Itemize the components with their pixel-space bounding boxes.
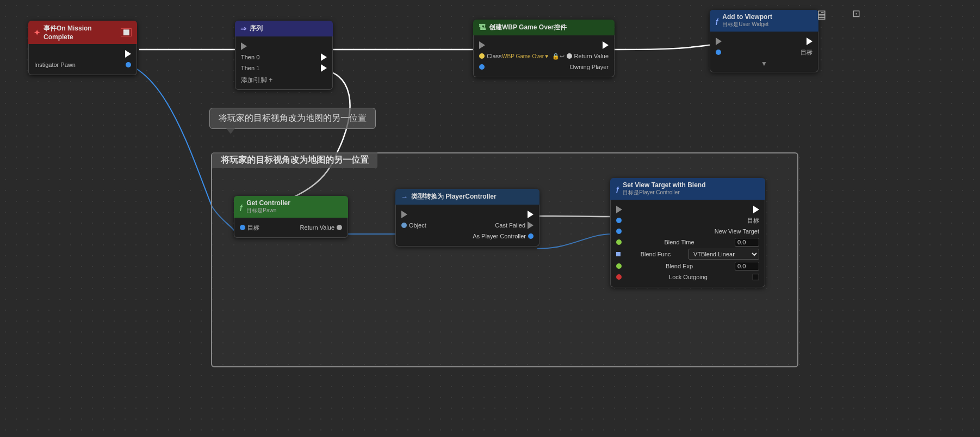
get-controller-subtitle: 目标是Pawn: [246, 207, 290, 214]
gc-target-pin: [240, 225, 245, 230]
owning-player-pin: [479, 64, 485, 70]
then0-label: Then 0: [241, 54, 259, 60]
sequence-header: ⇒ 序列: [235, 21, 333, 36]
return-value-pin: [567, 53, 572, 59]
sv-target-pin: [616, 218, 622, 223]
inner-group-label: 将玩家的目标视角改为地图的另一位置: [212, 152, 377, 168]
event-node-title: 事件On Mission Complete: [44, 24, 117, 41]
sv-new-view-label: New View Target: [715, 228, 759, 235]
add-viewport-subtitle: 目标是User Widget: [722, 21, 772, 28]
sequence-body: Then 0 Then 1 添加引脚 +: [235, 36, 333, 90]
set-view-title: Set View Target with Blend: [623, 181, 705, 189]
sv-exec-out: [753, 206, 759, 213]
cast-object-label: Object: [409, 222, 426, 229]
set-view-header: ƒ Set View Target with Blend 目标是Player C…: [610, 178, 765, 200]
sv-lock-outgoing-row: Lock Outgoing: [616, 272, 759, 282]
add-viewport-title: Add to Viewport: [722, 13, 772, 21]
then1-pin: [321, 64, 327, 72]
owning-player-row: Owning Player: [479, 61, 609, 72]
viewport-exec-in: [716, 38, 722, 45]
then0-pin: [321, 53, 327, 61]
sv-blend-exp-label: Blend Exp: [666, 263, 693, 269]
viewport-target-pin: [716, 50, 721, 55]
viewport-target-label: 目标: [801, 48, 812, 57]
gc-return-label: Return Value: [300, 224, 334, 231]
sv-exec-in: [616, 206, 622, 213]
viewport-target-row: 目标: [716, 47, 812, 58]
get-controller-header: ƒ Get Controller 目标是Pawn: [234, 196, 348, 218]
create-wbp-header: 🏗 创建WBP Game Over控件: [473, 20, 615, 35]
sv-target-row: 目标: [616, 215, 759, 226]
owning-player-label: Owning Player: [569, 64, 609, 70]
sv-blend-time-row: Blend Time: [616, 237, 759, 248]
sv-blend-exp-pin: [616, 263, 622, 269]
sequence-node: ⇒ 序列 Then 0 Then 1 添加引脚 +: [235, 21, 333, 90]
create-wbp-node: 🏗 创建WBP Game Over控件 Class WBP Game Over▼…: [473, 20, 615, 77]
cast-body: Object Cast Failed As Player Controller: [395, 205, 539, 247]
sequence-exec-row: [241, 41, 327, 52]
cast-failed-label: Cast Failed: [495, 222, 525, 229]
sv-blend-func-select[interactable]: VTBlend Linear: [689, 249, 759, 260]
add-viewport-node: ƒ Add to Viewport 目标是User Widget 目标 ▼: [710, 10, 818, 72]
cast-exec-out: [528, 211, 534, 218]
comment-bubble-text: 将玩家的目标视角改为地图的另一位置: [219, 113, 367, 122]
as-player-controller-pin: [528, 233, 534, 239]
sv-blend-exp-input[interactable]: [735, 262, 759, 270]
sv-blend-exp-row: Blend Exp: [616, 261, 759, 272]
as-player-controller-label: As Player Controller: [473, 233, 526, 239]
create-exec-row: [479, 40, 609, 51]
sv-blend-func-label: Blend Func: [641, 251, 671, 257]
sv-blend-time-input[interactable]: [735, 238, 759, 247]
instigator-row: Instigator Pawn: [34, 59, 131, 70]
create-wbp-title: 创建WBP Game Over控件: [489, 23, 567, 32]
sv-target-label: 目标: [747, 217, 759, 225]
cast-failed-pin: [528, 221, 534, 229]
cast-object-pin: [401, 223, 407, 228]
add-viewport-header: ƒ Add to Viewport 目标是User Widget: [710, 10, 818, 32]
create-exec-in: [479, 41, 485, 49]
set-view-subtitle: 目标是Player Controller: [623, 189, 705, 196]
gc-target-row: 目标 Return Value: [240, 222, 342, 233]
set-view-body: 目标 New View Target Blend Time Blend Func…: [610, 200, 765, 287]
sv-new-view-row: New View Target: [616, 226, 759, 237]
instigator-pin: [126, 62, 131, 67]
cast-object-row: Object Cast Failed: [401, 220, 534, 231]
corner-icon: ⊡: [852, 8, 860, 20]
add-viewport-body: 目标 ▼: [710, 32, 818, 72]
viewport-down-arrow: ▼: [716, 60, 812, 67]
viewport-exec-out: [807, 38, 812, 45]
event-node-body: Instigator Pawn: [28, 44, 137, 75]
cast-title: 类型转换为 PlayerController: [411, 192, 497, 201]
event-node-header: ✦ 事件On Mission Complete ⬜: [28, 21, 137, 44]
sv-blend-time-label: Blend Time: [664, 239, 694, 245]
sv-blend-time-pin: [616, 239, 622, 245]
get-controller-title: Get Controller: [246, 199, 290, 207]
inner-group: 将玩家的目标视角改为地图的另一位置 ƒ Get Controller 目标是Pa…: [211, 152, 798, 367]
add-pin-button[interactable]: 添加引脚 +: [241, 76, 327, 85]
event-exec-out: [125, 50, 131, 58]
get-controller-node: ƒ Get Controller 目标是Pawn 目标 Return Value: [234, 196, 348, 238]
comment-bubble: 将玩家的目标视角改为地图的另一位置: [209, 108, 376, 129]
sequence-title: 序列: [250, 24, 263, 33]
cast-result-row: As Player Controller: [401, 231, 534, 242]
event-exec-row: [34, 48, 131, 59]
sv-lock-label: Lock Outgoing: [669, 274, 708, 280]
sv-new-view-pin: [616, 229, 622, 234]
class-pin: [479, 53, 485, 59]
get-controller-body: 目标 Return Value: [234, 218, 348, 238]
cast-exec-row: [401, 209, 534, 220]
monitor-icon: 🖥: [815, 8, 828, 23]
instigator-label: Instigator Pawn: [34, 61, 76, 68]
set-view-node: ƒ Set View Target with Blend 目标是Player C…: [610, 178, 765, 287]
sv-lock-pin: [616, 274, 622, 280]
class-label: Class: [487, 53, 502, 59]
then1-label: Then 1: [241, 65, 259, 71]
event-node: ✦ 事件On Mission Complete ⬜ Instigator Paw…: [28, 21, 137, 75]
gc-target-label: 目标: [247, 224, 259, 232]
cast-exec-in: [401, 211, 407, 218]
then1-row: Then 1: [241, 63, 327, 73]
lock-icons: 🔒↩: [552, 53, 565, 60]
create-wbp-body: Class WBP Game Over▼ 🔒↩ Return Value Own…: [473, 35, 615, 77]
sv-lock-checkbox[interactable]: [753, 274, 759, 280]
sequence-exec-in: [241, 42, 247, 50]
